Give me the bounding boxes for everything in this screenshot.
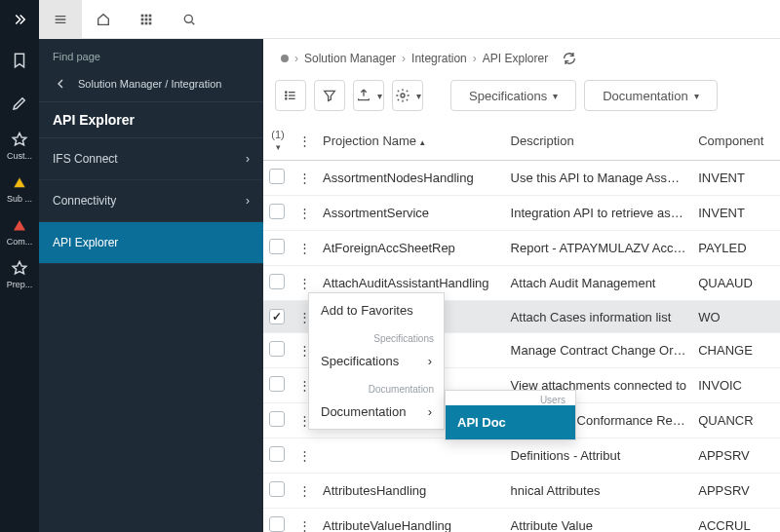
table-row[interactable]: ⋮AttributesHandlinghnical AttributesAPPS…: [263, 474, 780, 509]
side-nav-heading: API Explorer: [39, 101, 263, 138]
row-checkbox[interactable]: [269, 341, 285, 357]
table-row[interactable]: ⋮AssortmentServiceIntegration API to ret…: [263, 196, 780, 231]
cell-component: INVOIC: [692, 368, 780, 403]
side-nav-crumb-text: Solution Manager / Integration: [78, 78, 221, 90]
row-checkbox[interactable]: [269, 376, 285, 392]
grid-toolbar: ▾ ▾ Specifications ▾ Documentation ▾: [263, 74, 780, 121]
row-kebab-icon[interactable]: ⋮: [298, 449, 311, 462]
svg-rect-6: [141, 21, 144, 24]
row-kebab-icon[interactable]: ⋮: [298, 171, 311, 184]
table-row[interactable]: ⋮AtForeignAccSheetRepReport - ATPAYMULAZ…: [263, 231, 780, 266]
breadcrumb-part[interactable]: Solution Manager: [304, 52, 396, 65]
rail-item-com[interactable]: Com...: [0, 210, 39, 253]
rail-label: Sub ...: [7, 194, 32, 204]
svg-rect-1: [145, 14, 148, 17]
rail-bookmark[interactable]: [0, 39, 39, 82]
breadcrumb: › Solution Manager › Integration › API E…: [263, 39, 780, 74]
row-checkbox[interactable]: [269, 239, 285, 254]
chevron-right-icon: ›: [294, 52, 298, 65]
sort-asc-icon: ▴: [420, 137, 425, 147]
breadcrumb-part[interactable]: Integration: [411, 52, 467, 65]
chevron-down-icon: ▾: [416, 91, 421, 101]
refresh-icon[interactable]: [562, 51, 577, 66]
row-kebab-icon[interactable]: ⋮: [298, 519, 311, 532]
svg-point-12: [286, 98, 287, 99]
chevron-right-icon: ›: [246, 152, 250, 166]
table-row[interactable]: ⋮AssortmentNodesHandlingUse this API to …: [263, 161, 780, 196]
apps-grid-icon[interactable]: [125, 0, 168, 39]
rail-item-sub[interactable]: Sub ...: [0, 168, 39, 210]
rail-expand-icon[interactable]: [11, 0, 28, 39]
rail-item-prep[interactable]: Prep...: [0, 253, 39, 296]
rail-item-cust[interactable]: Cust...: [0, 125, 39, 168]
cell-description: Report - ATPAYMULAZV Accomp: [505, 231, 693, 266]
cell-component: QUANCR: [692, 403, 780, 438]
rail-label: Cust...: [7, 151, 32, 161]
row-checkbox[interactable]: [269, 481, 285, 497]
row-checkbox[interactable]: [269, 309, 285, 324]
settings-icon[interactable]: ▾: [392, 80, 423, 111]
chevron-right-icon: ›: [402, 52, 406, 65]
row-kebab-icon[interactable]: ⋮: [298, 207, 311, 219]
table-row[interactable]: ⋮Definitions - AttributAPPSRV: [263, 438, 780, 474]
specifications-button[interactable]: Specifications ▾: [450, 80, 576, 111]
col-projection-name[interactable]: Projection Name ▴: [317, 121, 505, 161]
back-icon[interactable]: [53, 76, 68, 92]
svg-rect-7: [145, 21, 148, 24]
ctx-section-doc: Documentation: [309, 378, 444, 395]
row-checkbox[interactable]: [269, 204, 285, 219]
cell-component: ACCRUL: [692, 509, 780, 533]
row-checkbox[interactable]: [269, 274, 285, 289]
cell-description: Integration API to retrieve assor: [505, 196, 693, 231]
sidebar-item[interactable]: Connectivity›: [39, 180, 263, 222]
cell-component: APPSRV: [692, 438, 780, 474]
rail-edit[interactable]: [0, 82, 39, 125]
cell-component: INVENT: [692, 161, 780, 196]
row-checkbox[interactable]: [269, 516, 285, 532]
cell-description: Attribute Value: [505, 509, 693, 533]
col-component[interactable]: Component: [692, 121, 780, 161]
table-row[interactable]: ⋮AttributeValueHandlingAttribute ValueAC…: [263, 509, 780, 533]
row-kebab-icon[interactable]: ⋮: [298, 277, 311, 289]
sidebar-item-label: Connectivity: [53, 194, 116, 208]
sidebar-item-label: API Explorer: [53, 236, 118, 249]
submenu-section: Users: [446, 391, 575, 405]
documentation-button[interactable]: Documentation ▾: [584, 80, 717, 111]
row-kebab-icon[interactable]: ⋮: [298, 242, 311, 254]
header-kebab-icon[interactable]: ⋮: [298, 134, 311, 147]
chevron-down-icon[interactable]: ▾: [276, 142, 281, 152]
sidebar-item[interactable]: API Explorer: [39, 222, 263, 264]
export-icon[interactable]: ▾: [353, 80, 384, 111]
ctx-specifications[interactable]: Specifications ›: [309, 344, 444, 378]
ctx-add-favorites[interactable]: Add to Favorites: [309, 293, 444, 327]
cell-description: Use this API to Manage Assortm: [505, 161, 693, 196]
list-view-icon[interactable]: [275, 80, 306, 111]
search-icon[interactable]: [168, 0, 211, 39]
col-description[interactable]: Description: [505, 121, 693, 161]
cell-projection-name: AttributeValueHandling: [317, 509, 505, 533]
specifications-label: Specifications: [469, 89, 547, 103]
svg-rect-3: [141, 18, 144, 20]
home-icon[interactable]: [82, 0, 125, 39]
filter-icon[interactable]: [314, 80, 345, 111]
main-content: › Solution Manager › Integration › API E…: [263, 39, 780, 532]
cell-component: QUAAUD: [692, 266, 780, 301]
sidebar-item[interactable]: IFS Connect›: [39, 138, 263, 180]
hamburger-icon[interactable]: [39, 0, 82, 39]
sidebar-item-label: IFS Connect: [53, 152, 118, 166]
cell-projection-name: AttributesHandling: [317, 474, 505, 509]
find-page-link[interactable]: Find page: [39, 39, 263, 70]
row-checkbox[interactable]: [269, 446, 285, 462]
svg-point-11: [286, 95, 287, 95]
row-kebab-icon[interactable]: ⋮: [298, 484, 311, 497]
app-rail: Cust... Sub ... Com... Prep...: [0, 0, 39, 532]
breadcrumb-part[interactable]: API Explorer: [483, 52, 548, 65]
svg-rect-2: [149, 14, 152, 17]
cell-description: Attach Cases information list: [505, 301, 693, 333]
ctx-documentation[interactable]: Documentation ›: [309, 395, 444, 429]
svg-point-13: [401, 94, 405, 97]
submenu-api-doc[interactable]: API Doc: [446, 405, 575, 439]
row-checkbox[interactable]: [269, 411, 285, 427]
chevron-down-icon: ▾: [694, 91, 699, 101]
row-checkbox[interactable]: [269, 169, 285, 184]
